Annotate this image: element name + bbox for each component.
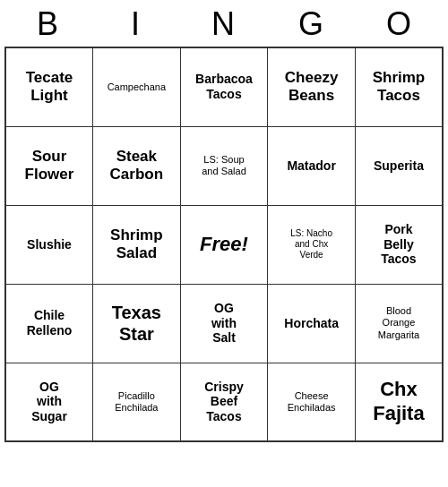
cell-b1: TecateLight bbox=[5, 47, 93, 126]
title-n: N bbox=[184, 5, 264, 43]
cell-o5: ChxFajita bbox=[355, 363, 443, 441]
cell-g2: Matador bbox=[268, 126, 356, 205]
title-i: I bbox=[96, 5, 177, 43]
cell-i4: TexasStar bbox=[93, 284, 181, 363]
title-g: G bbox=[271, 5, 352, 43]
bingo-grid: TecateLight Campechana BarbacoaTacos Che… bbox=[4, 47, 444, 442]
cell-i1: Campechana bbox=[93, 47, 181, 126]
cell-b3: Slushie bbox=[5, 205, 93, 284]
cell-b4: ChileRelleno bbox=[5, 284, 93, 363]
title-o: O bbox=[359, 5, 440, 43]
table-row: Slushie ShrimpSalad Free! LS: Nachoand C… bbox=[5, 205, 443, 284]
title-b: B bbox=[8, 5, 89, 43]
cell-o2: Superita bbox=[355, 126, 443, 205]
cell-n1: BarbacoaTacos bbox=[180, 47, 268, 126]
cell-b5: OGwithSugar bbox=[5, 363, 93, 441]
cell-g1: CheezyBeans bbox=[268, 47, 356, 126]
cell-n3-free: Free! bbox=[180, 205, 268, 284]
cell-i3: ShrimpSalad bbox=[93, 205, 181, 284]
table-row: ChileRelleno TexasStar OGwithSalt Horcha… bbox=[5, 284, 443, 363]
cell-g3: LS: Nachoand ChxVerde bbox=[268, 205, 356, 284]
cell-g4: Horchata bbox=[268, 284, 356, 363]
cell-i2: SteakCarbon bbox=[93, 126, 181, 205]
table-row: OGwithSugar PicadilloEnchilada CrispyBee… bbox=[5, 363, 443, 441]
cell-n4: OGwithSalt bbox=[180, 284, 268, 363]
cell-o4: BloodOrangeMargarita bbox=[355, 284, 443, 363]
cell-n2: LS: Soupand Salad bbox=[180, 126, 268, 205]
cell-g5: CheeseEnchiladas bbox=[268, 363, 356, 441]
cell-n5: CrispyBeefTacos bbox=[180, 363, 268, 441]
cell-o1: ShrimpTacos bbox=[355, 47, 443, 126]
cell-b2: SourFlower bbox=[5, 126, 93, 205]
cell-i5: PicadilloEnchilada bbox=[93, 363, 181, 441]
cell-o3: PorkBellyTacos bbox=[355, 205, 443, 284]
table-row: SourFlower SteakCarbon LS: Soupand Salad… bbox=[5, 126, 443, 205]
bingo-title: B I N G O bbox=[4, 0, 444, 47]
table-row: TecateLight Campechana BarbacoaTacos Che… bbox=[5, 47, 443, 126]
